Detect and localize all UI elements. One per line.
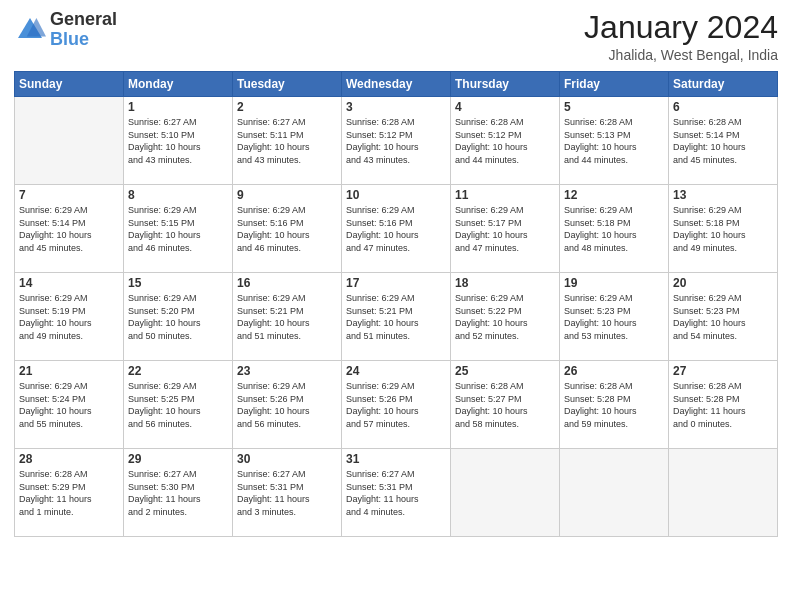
calendar-cell: 11Sunrise: 6:29 AM Sunset: 5:17 PM Dayli… xyxy=(451,185,560,273)
calendar-cell: 5Sunrise: 6:28 AM Sunset: 5:13 PM Daylig… xyxy=(560,97,669,185)
logo: General Blue xyxy=(14,10,117,50)
day-info: Sunrise: 6:29 AM Sunset: 5:18 PM Dayligh… xyxy=(564,204,664,254)
calendar-cell: 3Sunrise: 6:28 AM Sunset: 5:12 PM Daylig… xyxy=(342,97,451,185)
calendar-cell xyxy=(451,449,560,537)
logo-icon xyxy=(14,14,46,46)
calendar-cell: 22Sunrise: 6:29 AM Sunset: 5:25 PM Dayli… xyxy=(124,361,233,449)
day-info: Sunrise: 6:28 AM Sunset: 5:13 PM Dayligh… xyxy=(564,116,664,166)
calendar-cell: 25Sunrise: 6:28 AM Sunset: 5:27 PM Dayli… xyxy=(451,361,560,449)
calendar-cell xyxy=(669,449,778,537)
calendar-cell: 17Sunrise: 6:29 AM Sunset: 5:21 PM Dayli… xyxy=(342,273,451,361)
calendar-cell: 18Sunrise: 6:29 AM Sunset: 5:22 PM Dayli… xyxy=(451,273,560,361)
day-number: 28 xyxy=(19,452,119,466)
day-info: Sunrise: 6:29 AM Sunset: 5:25 PM Dayligh… xyxy=(128,380,228,430)
day-number: 7 xyxy=(19,188,119,202)
calendar-weekday-saturday: Saturday xyxy=(669,72,778,97)
day-number: 21 xyxy=(19,364,119,378)
day-number: 31 xyxy=(346,452,446,466)
calendar-week-row-2: 7Sunrise: 6:29 AM Sunset: 5:14 PM Daylig… xyxy=(15,185,778,273)
calendar-cell: 4Sunrise: 6:28 AM Sunset: 5:12 PM Daylig… xyxy=(451,97,560,185)
day-number: 27 xyxy=(673,364,773,378)
calendar-cell: 15Sunrise: 6:29 AM Sunset: 5:20 PM Dayli… xyxy=(124,273,233,361)
title-block: January 2024 Jhalida, West Bengal, India xyxy=(584,10,778,63)
day-number: 16 xyxy=(237,276,337,290)
day-info: Sunrise: 6:29 AM Sunset: 5:16 PM Dayligh… xyxy=(346,204,446,254)
day-info: Sunrise: 6:27 AM Sunset: 5:31 PM Dayligh… xyxy=(237,468,337,518)
calendar-cell: 8Sunrise: 6:29 AM Sunset: 5:15 PM Daylig… xyxy=(124,185,233,273)
day-info: Sunrise: 6:28 AM Sunset: 5:12 PM Dayligh… xyxy=(346,116,446,166)
calendar-cell: 23Sunrise: 6:29 AM Sunset: 5:26 PM Dayli… xyxy=(233,361,342,449)
calendar-cell: 26Sunrise: 6:28 AM Sunset: 5:28 PM Dayli… xyxy=(560,361,669,449)
calendar-cell: 24Sunrise: 6:29 AM Sunset: 5:26 PM Dayli… xyxy=(342,361,451,449)
month-title: January 2024 xyxy=(584,10,778,45)
day-info: Sunrise: 6:28 AM Sunset: 5:27 PM Dayligh… xyxy=(455,380,555,430)
day-number: 12 xyxy=(564,188,664,202)
calendar-cell: 21Sunrise: 6:29 AM Sunset: 5:24 PM Dayli… xyxy=(15,361,124,449)
day-number: 17 xyxy=(346,276,446,290)
calendar-week-row-1: 1Sunrise: 6:27 AM Sunset: 5:10 PM Daylig… xyxy=(15,97,778,185)
calendar-cell: 6Sunrise: 6:28 AM Sunset: 5:14 PM Daylig… xyxy=(669,97,778,185)
day-number: 5 xyxy=(564,100,664,114)
calendar-weekday-monday: Monday xyxy=(124,72,233,97)
day-number: 19 xyxy=(564,276,664,290)
calendar-cell: 13Sunrise: 6:29 AM Sunset: 5:18 PM Dayli… xyxy=(669,185,778,273)
calendar-table: SundayMondayTuesdayWednesdayThursdayFrid… xyxy=(14,71,778,537)
day-info: Sunrise: 6:28 AM Sunset: 5:28 PM Dayligh… xyxy=(564,380,664,430)
calendar-cell xyxy=(15,97,124,185)
day-info: Sunrise: 6:29 AM Sunset: 5:23 PM Dayligh… xyxy=(673,292,773,342)
day-info: Sunrise: 6:28 AM Sunset: 5:29 PM Dayligh… xyxy=(19,468,119,518)
day-info: Sunrise: 6:29 AM Sunset: 5:23 PM Dayligh… xyxy=(564,292,664,342)
calendar-cell: 1Sunrise: 6:27 AM Sunset: 5:10 PM Daylig… xyxy=(124,97,233,185)
header: General Blue January 2024 Jhalida, West … xyxy=(14,10,778,63)
calendar-cell: 27Sunrise: 6:28 AM Sunset: 5:28 PM Dayli… xyxy=(669,361,778,449)
day-info: Sunrise: 6:29 AM Sunset: 5:22 PM Dayligh… xyxy=(455,292,555,342)
calendar-cell: 28Sunrise: 6:28 AM Sunset: 5:29 PM Dayli… xyxy=(15,449,124,537)
day-info: Sunrise: 6:28 AM Sunset: 5:12 PM Dayligh… xyxy=(455,116,555,166)
day-number: 18 xyxy=(455,276,555,290)
day-info: Sunrise: 6:29 AM Sunset: 5:15 PM Dayligh… xyxy=(128,204,228,254)
day-info: Sunrise: 6:29 AM Sunset: 5:19 PM Dayligh… xyxy=(19,292,119,342)
calendar-weekday-sunday: Sunday xyxy=(15,72,124,97)
day-number: 1 xyxy=(128,100,228,114)
calendar-cell: 9Sunrise: 6:29 AM Sunset: 5:16 PM Daylig… xyxy=(233,185,342,273)
day-number: 24 xyxy=(346,364,446,378)
calendar-cell: 29Sunrise: 6:27 AM Sunset: 5:30 PM Dayli… xyxy=(124,449,233,537)
logo-blue-text: Blue xyxy=(50,30,117,50)
day-number: 6 xyxy=(673,100,773,114)
calendar-weekday-thursday: Thursday xyxy=(451,72,560,97)
calendar-cell: 14Sunrise: 6:29 AM Sunset: 5:19 PM Dayli… xyxy=(15,273,124,361)
day-number: 14 xyxy=(19,276,119,290)
page: General Blue January 2024 Jhalida, West … xyxy=(0,0,792,612)
location-subtitle: Jhalida, West Bengal, India xyxy=(584,47,778,63)
day-info: Sunrise: 6:29 AM Sunset: 5:14 PM Dayligh… xyxy=(19,204,119,254)
day-number: 3 xyxy=(346,100,446,114)
day-info: Sunrise: 6:29 AM Sunset: 5:18 PM Dayligh… xyxy=(673,204,773,254)
calendar-weekday-wednesday: Wednesday xyxy=(342,72,451,97)
day-number: 9 xyxy=(237,188,337,202)
day-number: 15 xyxy=(128,276,228,290)
calendar-cell: 20Sunrise: 6:29 AM Sunset: 5:23 PM Dayli… xyxy=(669,273,778,361)
day-info: Sunrise: 6:29 AM Sunset: 5:21 PM Dayligh… xyxy=(346,292,446,342)
day-info: Sunrise: 6:27 AM Sunset: 5:11 PM Dayligh… xyxy=(237,116,337,166)
day-info: Sunrise: 6:27 AM Sunset: 5:30 PM Dayligh… xyxy=(128,468,228,518)
day-info: Sunrise: 6:29 AM Sunset: 5:26 PM Dayligh… xyxy=(346,380,446,430)
calendar-cell: 7Sunrise: 6:29 AM Sunset: 5:14 PM Daylig… xyxy=(15,185,124,273)
calendar-cell: 19Sunrise: 6:29 AM Sunset: 5:23 PM Dayli… xyxy=(560,273,669,361)
day-number: 8 xyxy=(128,188,228,202)
day-number: 4 xyxy=(455,100,555,114)
day-info: Sunrise: 6:29 AM Sunset: 5:24 PM Dayligh… xyxy=(19,380,119,430)
day-number: 2 xyxy=(237,100,337,114)
day-number: 30 xyxy=(237,452,337,466)
day-info: Sunrise: 6:29 AM Sunset: 5:16 PM Dayligh… xyxy=(237,204,337,254)
day-info: Sunrise: 6:27 AM Sunset: 5:10 PM Dayligh… xyxy=(128,116,228,166)
calendar-cell xyxy=(560,449,669,537)
logo-text: General Blue xyxy=(50,10,117,50)
day-info: Sunrise: 6:29 AM Sunset: 5:20 PM Dayligh… xyxy=(128,292,228,342)
day-info: Sunrise: 6:28 AM Sunset: 5:28 PM Dayligh… xyxy=(673,380,773,430)
calendar-cell: 31Sunrise: 6:27 AM Sunset: 5:31 PM Dayli… xyxy=(342,449,451,537)
calendar-cell: 16Sunrise: 6:29 AM Sunset: 5:21 PM Dayli… xyxy=(233,273,342,361)
calendar-week-row-5: 28Sunrise: 6:28 AM Sunset: 5:29 PM Dayli… xyxy=(15,449,778,537)
day-number: 26 xyxy=(564,364,664,378)
logo-general-text: General xyxy=(50,10,117,30)
day-number: 20 xyxy=(673,276,773,290)
